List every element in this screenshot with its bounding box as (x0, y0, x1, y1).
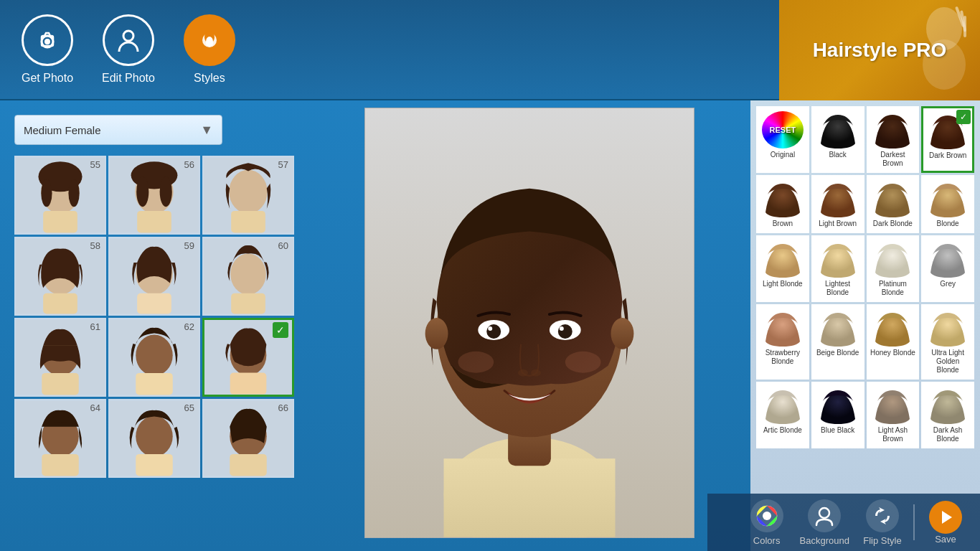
color-item-black[interactable]: Black (811, 106, 864, 173)
svg-rect-51 (136, 454, 173, 476)
style-item-55[interactable]: 55 (14, 156, 106, 235)
color-dark-brown-check: ✓ (956, 110, 971, 124)
background-icon (808, 499, 841, 532)
toolbar-save[interactable]: Save (924, 501, 967, 545)
svg-point-26 (229, 170, 267, 214)
svg-rect-39 (42, 373, 79, 395)
style-item-64[interactable]: 64 (14, 399, 106, 478)
color-black-label: Black (829, 151, 846, 159)
color-platinum-blonde-label: Platinum Blonde (870, 280, 916, 297)
color-blue-black-label: Blue Black (821, 426, 854, 435)
color-item-ultra-light-golden-blonde[interactable]: Ultra Light Golden Blonde (921, 304, 974, 380)
color-item-beige-blonde[interactable]: Beige Blonde (811, 304, 864, 380)
style-number-66: 66 (278, 402, 288, 413)
svg-point-69 (611, 318, 634, 349)
toolbar-background[interactable]: Background (800, 499, 849, 546)
color-item-honey-blonde[interactable]: Honey Blonde (867, 304, 920, 380)
toolbar-flip-style[interactable]: Flip Style (861, 499, 904, 546)
svg-point-7 (206, 39, 213, 47)
color-light-brown-label: Light Brown (819, 220, 857, 228)
style-item-65[interactable]: 65 (108, 399, 200, 478)
style-item-60[interactable]: 60 (202, 237, 294, 316)
camera-icon (22, 14, 73, 66)
color-item-light-brown[interactable]: Light Brown (811, 175, 864, 233)
style-category-dropdown[interactable]: Medium Female ▼ (14, 115, 222, 145)
style-item-62[interactable]: 62 (108, 318, 200, 397)
svg-point-22 (136, 176, 149, 207)
svg-marker-75 (942, 511, 952, 524)
background-label: Background (800, 535, 849, 546)
preview-image (364, 108, 694, 538)
color-original-label: Original (771, 151, 795, 159)
svg-point-16 (41, 179, 52, 207)
colors-label: Colors (753, 535, 781, 546)
color-item-dark-brown[interactable]: ✓ Dark Brown (921, 106, 974, 173)
style-item-61[interactable]: 61 (14, 318, 106, 397)
svg-rect-12 (963, 16, 966, 37)
color-item-platinum-blonde[interactable]: Platinum Blonde (867, 235, 920, 302)
svg-point-70 (458, 352, 494, 373)
svg-rect-30 (43, 293, 77, 314)
svg-point-41 (136, 335, 173, 376)
color-item-original[interactable]: RESET Original (756, 106, 809, 173)
color-item-grey[interactable]: Grey (921, 235, 974, 302)
style-item-63[interactable]: ✓ (202, 318, 294, 397)
style-item-59[interactable]: 59 (108, 237, 200, 316)
svg-point-50 (136, 416, 173, 457)
svg-rect-54 (230, 454, 267, 476)
color-dark-ash-blonde-label: Dark Ash Blonde (925, 426, 971, 443)
color-grid: RESET Original Black (756, 106, 974, 448)
color-lightest-blonde-label: Lightest Blonde (815, 280, 861, 297)
selected-check-icon: ✓ (273, 322, 288, 338)
color-item-darkest-brown[interactable]: Darkest Brown (867, 106, 920, 173)
style-item-58[interactable]: 58 (14, 237, 106, 316)
save-label: Save (935, 534, 956, 545)
color-blonde-label: Blonde (937, 220, 959, 228)
nav-get-photo[interactable]: Get Photo (22, 14, 73, 85)
svg-rect-45 (230, 373, 267, 395)
toolbar-colors[interactable]: Colors (745, 499, 788, 546)
nav-styles[interactable]: Styles (184, 14, 235, 85)
color-beige-blonde-label: Beige Blonde (816, 349, 859, 357)
person-icon (103, 14, 154, 66)
color-item-dark-ash-blonde[interactable]: Dark Ash Blonde (921, 382, 974, 448)
svg-point-64 (558, 324, 573, 339)
svg-point-65 (560, 326, 564, 331)
color-light-ash-brown-label: Light Ash Brown (870, 426, 916, 443)
style-number-59: 59 (184, 240, 194, 251)
svg-rect-42 (136, 373, 173, 395)
nav-get-photo-label: Get Photo (22, 72, 73, 85)
preview-panel (308, 100, 750, 551)
styles-panel: Medium Female ▼ (0, 100, 308, 551)
style-item-66[interactable]: 66 (202, 399, 294, 478)
style-number-60: 60 (278, 240, 288, 251)
color-item-light-blonde[interactable]: Light Blonde (756, 235, 809, 302)
colors-icon (750, 499, 783, 532)
color-item-dark-blonde[interactable]: Dark Blonde (867, 175, 920, 233)
svg-rect-24 (137, 211, 171, 233)
app-title: Hairstyle PRO (813, 39, 947, 62)
color-ultra-light-golden-blonde-label: Ultra Light Golden Blonde (925, 349, 971, 375)
style-number-64: 64 (90, 402, 100, 413)
nav-edit-photo[interactable]: Edit Photo (102, 14, 155, 85)
color-item-blonde[interactable]: Blonde (921, 175, 974, 233)
toolbar-divider (913, 504, 915, 540)
style-item-57[interactable]: 57 (202, 156, 294, 235)
style-item-56[interactable]: 56 (108, 156, 200, 235)
svg-rect-18 (43, 211, 77, 233)
color-item-strawberry-blonde[interactable]: Strawberry Blonde (756, 304, 809, 380)
color-item-blue-black[interactable]: Blue Black (811, 382, 864, 448)
svg-point-35 (230, 254, 266, 295)
svg-point-17 (68, 179, 79, 207)
color-item-light-ash-brown[interactable]: Light Ash Brown (867, 382, 920, 448)
svg-point-73 (763, 512, 771, 520)
dropdown-value: Medium Female (24, 124, 101, 136)
color-item-artic-blonde[interactable]: Artic Blonde (756, 382, 809, 448)
color-item-brown[interactable]: Brown (756, 175, 809, 233)
flip-style-icon (866, 499, 899, 532)
color-item-lightest-blonde[interactable]: Lightest Blonde (811, 235, 864, 302)
svg-point-71 (565, 352, 601, 373)
hair-icon (184, 14, 235, 66)
svg-rect-36 (231, 293, 265, 314)
main-content: Medium Female ▼ (0, 100, 980, 551)
